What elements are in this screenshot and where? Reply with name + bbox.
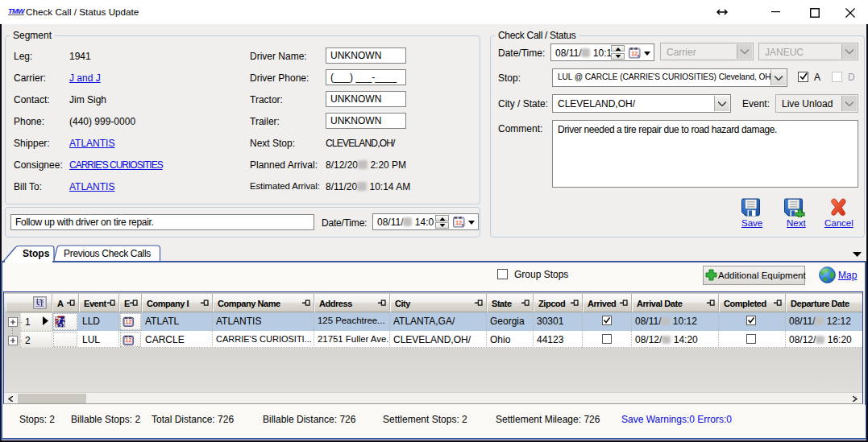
svg-text:12: 12 — [126, 319, 132, 324]
svg-text:12: 12 — [455, 219, 462, 226]
svg-text:12: 12 — [126, 337, 132, 343]
svg-text:12: 12 — [631, 50, 638, 57]
